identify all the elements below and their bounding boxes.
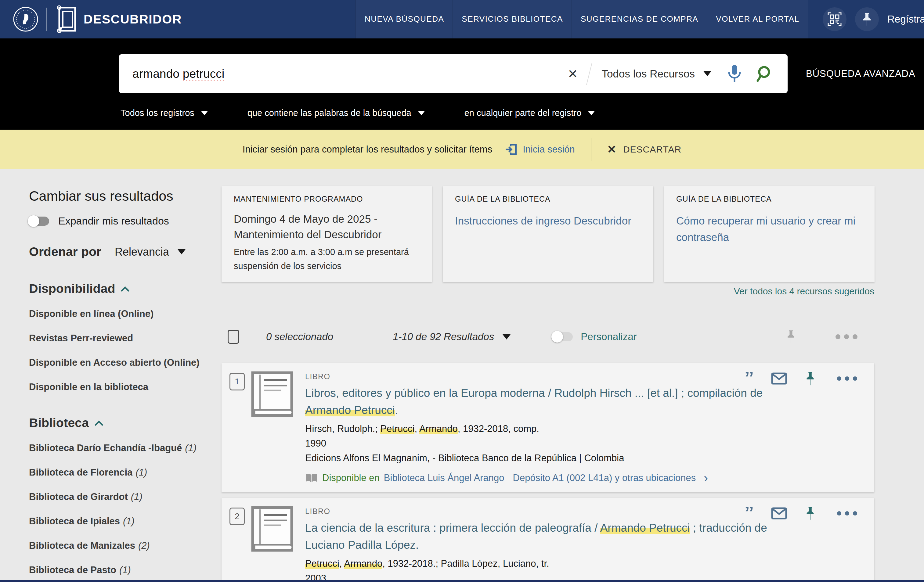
result-content: LIBRO La ciencia de la escritura : prime… [305,507,800,582]
clear-search-button[interactable]: ✕ [559,67,586,81]
dismiss-banner-button[interactable]: ✕ DESCARTAR [607,143,681,156]
pin-results-icon[interactable] [785,329,797,345]
voice-search-button[interactable] [727,64,742,83]
selected-count: 0 seleccionado [266,331,333,343]
result-publisher: Edicions Alfons El Magnanim, - Bibliotec… [305,453,800,464]
facet-open-access[interactable]: Disponible en Acceso abierto (Online) [29,356,218,369]
facet-library-item[interactable]: Biblioteca de Ipiales(1) [29,515,218,528]
chevron-down-icon [178,249,186,254]
open-book-icon [305,473,317,483]
sort-value: Relevancia [115,246,169,258]
search-input[interactable]: armando petrucci [132,67,559,81]
personalize-label[interactable]: Personalizar [581,331,637,343]
more-options-icon[interactable] [833,376,857,381]
result-number-badge: 2 [229,508,245,525]
facet-count: (2) [138,540,150,551]
chevron-down-icon [418,111,425,115]
more-options-icon[interactable] [833,511,857,516]
facet-count: (1) [135,467,147,478]
citation-icon[interactable]: ” [744,507,754,520]
filter-contains-dropdown[interactable]: que contiene las palabras de la búsqueda [248,108,425,118]
facet-peer-reviewed[interactable]: Revistas Perr-reviewed [29,332,218,345]
result-item-2: 2 LIBRO La ciencia de la escritura : pri… [221,498,874,582]
more-options-icon[interactable] [832,334,858,339]
chevron-down-icon [503,334,510,340]
availability-link[interactable]: Disponible en Biblioteca Luis Ángel Aran… [305,472,800,485]
citation-icon[interactable]: ” [744,372,754,385]
chevron-down-icon [588,111,595,115]
result-actions: ” [744,506,857,521]
filter-anywhere-value: en cualquier parte del registro [464,108,582,118]
filter-records-dropdown[interactable]: Todos los registros [120,108,208,118]
result-author[interactable]: Petrucci, Armando, 1932-2018.; Padilla L… [305,558,800,569]
personalize-toggle[interactable] [553,332,573,341]
facet-library-header[interactable]: Biblioteca [29,416,218,430]
advanced-search-link[interactable]: BÚSQUEDA AVANZADA [806,54,916,93]
facet-count: (1) [123,516,135,526]
nav-servicios-biblioteca[interactable]: SERVICIOS BIBLIOTECA [452,0,571,38]
banco-republica-seal-icon [13,7,38,32]
filter-contains-value: que contiene las palabras de la búsqueda [248,108,411,118]
banner-divider [591,138,591,161]
results-range-dropdown[interactable]: 1-10 de 92 Resultados [393,331,510,343]
facet-library-item[interactable]: Biblioteca Darío Echandía -Ibagué(1) [29,442,218,455]
nav-nueva-busqueda[interactable]: NUEVA BÚSQUEDA [355,0,452,38]
query-text: armando [132,67,183,80]
card-label: MANTENIMIENTO PROGRAMADO [234,195,420,203]
search-scope-value: Todos los Recursos [602,68,695,80]
select-all-checkbox[interactable] [228,330,239,344]
brand[interactable]: DESCUBRIDOR [13,5,182,33]
facet-library-title: Biblioteca [29,416,89,430]
availability-library: Biblioteca Luis Ángel Arango [384,473,505,483]
bottom-border [0,580,924,582]
signin-button[interactable]: Inicia sesión [505,143,575,156]
query-misspelled-word: petrucci [183,67,224,81]
nav-sugerencias-compra[interactable]: SUGERENCIAS DE COMPRA [571,0,707,38]
email-icon[interactable] [771,507,787,519]
brand-name: DESCUBRIDOR [84,12,182,26]
facet-library-item[interactable]: Biblioteca de Girardot(1) [29,490,218,503]
chevron-right-icon: › [704,472,708,485]
guide-link-recover-user[interactable]: Cómo recuperar mi usuario y crear mi con… [676,213,862,246]
signin-label: Inicia sesión [523,144,575,155]
qr-code-button[interactable] [823,7,846,31]
expand-results-toggle[interactable]: Expandir mis resultados [29,215,218,227]
sort-label: Ordenar por [29,245,101,259]
pushpin-icon [861,12,873,26]
expand-results-label: Expandir mis resultados [58,215,169,227]
register-link[interactable]: Regístra [888,13,924,25]
facet-library-item[interactable]: Biblioteca de Pasto(1) [29,564,218,577]
see-all-resources-link[interactable]: Ver todos los 4 recursos sugeridos [221,286,874,297]
result-number-badge: 1 [229,373,245,391]
pinned-items-button[interactable] [855,7,879,31]
book-logo-icon [55,5,78,33]
facet-online[interactable]: Disponible en línea (Online) [29,307,218,320]
header-actions: Regístra [823,0,924,38]
pin-icon[interactable] [804,371,816,386]
pin-icon[interactable] [804,506,816,521]
nav-volver-portal[interactable]: VOLVER AL PORTAL [707,0,808,38]
search-scope-dropdown[interactable]: Todos los Recursos [602,68,711,80]
results-range: 1-10 de 92 Resultados [393,331,494,343]
facet-count: (1) [185,443,196,453]
guide-link-instructions[interactable]: Instrucciones de ingreso Descubridor [455,213,641,229]
facet-in-library[interactable]: Disponible en la biblioteca [29,381,218,394]
facet-availability-header[interactable]: Disponibilidad [29,282,218,296]
facet-count: (1) [119,565,131,575]
facet-library-item[interactable]: Biblioteca de Florencia(1) [29,466,218,479]
result-title-link[interactable]: Libros, editores y público en la Europa … [305,385,800,419]
signin-icon [505,143,518,156]
chevron-up-icon [120,286,130,292]
facet-count: (1) [131,491,142,502]
sort-dropdown[interactable]: Relevancia [115,246,186,258]
close-icon: ✕ [607,143,616,156]
qr-code-icon [828,12,842,26]
top-nav: NUEVA BÚSQUEDA SERVICIOS BIBLIOTECA SUGE… [355,0,808,38]
result-title-link[interactable]: La ciencia de la escritura : primera lec… [305,519,800,553]
filter-anywhere-dropdown[interactable]: en cualquier parte del registro [464,108,595,118]
result-author[interactable]: Hirsch, Rudolph.; Petrucci, Armando, 193… [305,424,800,434]
brand-divider [46,8,47,31]
facet-library-item[interactable]: Biblioteca de Manizales(2) [29,539,218,552]
email-icon[interactable] [771,373,787,385]
search-submit-button[interactable] [756,65,774,82]
